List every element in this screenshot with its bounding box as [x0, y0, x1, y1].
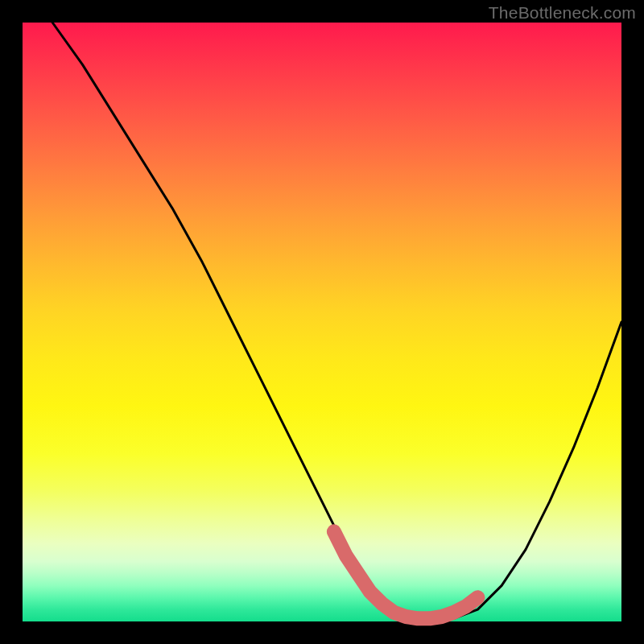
- curve-layer: [23, 23, 621, 621]
- chart-frame: TheBottleneck.com: [0, 0, 644, 644]
- watermark-text: TheBottleneck.com: [489, 3, 636, 23]
- optimum-highlight: [334, 531, 478, 618]
- plot-area: [23, 23, 621, 621]
